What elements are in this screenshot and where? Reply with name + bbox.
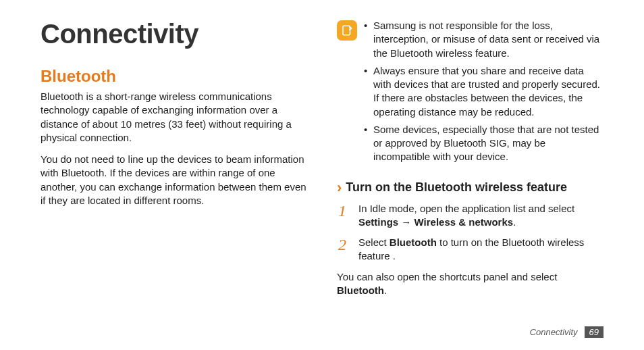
section-heading-bluetooth: Bluetooth (41, 67, 307, 86)
note-text: Samsung is not responsible for the loss,… (373, 19, 603, 60)
step-item: 2 Select Bluetooth to turn on the Blueto… (337, 236, 603, 264)
text-bold: Wireless & networks (414, 216, 514, 228)
text-run: In Idle mode, open the application list … (358, 203, 574, 214)
body-paragraph: You do not need to line up the devices t… (41, 153, 307, 207)
note-icon (337, 20, 357, 41)
text-run: Select (358, 236, 390, 248)
footer-section-label: Connectivity (530, 327, 578, 337)
note-text: Always ensure that you share and receive… (373, 64, 603, 119)
text-run: You can also open the shortcuts panel an… (337, 271, 557, 282)
step-number: 2 (338, 236, 350, 264)
arrow-text: → (398, 216, 414, 228)
note-bullet: • Some devices, especially those that ar… (364, 123, 603, 164)
step-item: 1 In Idle mode, open the application lis… (337, 202, 603, 230)
text-bold: Bluetooth (337, 284, 384, 296)
step-text: Select Bluetooth to turn on the Bluetoot… (358, 236, 603, 264)
step-text: In Idle mode, open the application list … (358, 202, 603, 230)
footer-page-number: 69 (585, 326, 603, 338)
note-callout: • Samsung is not responsible for the los… (337, 19, 603, 168)
chevron-right-icon: › (337, 180, 342, 195)
subsection-header: › Turn on the Bluetooth wireless feature (337, 180, 603, 195)
text-run: . (513, 216, 516, 228)
text-bold: Bluetooth (390, 236, 437, 248)
note-bullet: • Always ensure that you share and recei… (364, 64, 603, 119)
text-run: . (384, 284, 387, 296)
step-number: 1 (338, 202, 350, 230)
body-paragraph: Bluetooth is a short-range wireless comm… (41, 90, 307, 145)
page-footer: Connectivity 69 (530, 326, 603, 338)
note-bullet-list: • Samsung is not responsible for the los… (364, 19, 603, 168)
svg-rect-0 (343, 26, 350, 35)
note-text: Some devices, especially those that are … (373, 123, 603, 164)
note-bullet: • Samsung is not responsible for the los… (364, 19, 603, 60)
page-title: Connectivity (41, 19, 307, 49)
text-bold: Settings (358, 216, 398, 228)
right-column: • Samsung is not responsible for the los… (337, 19, 603, 297)
body-paragraph: You can also open the shortcuts panel an… (337, 270, 603, 298)
subsection-title: Turn on the Bluetooth wireless feature (346, 180, 567, 195)
left-column: Connectivity Bluetooth Bluetooth is a sh… (41, 19, 307, 297)
